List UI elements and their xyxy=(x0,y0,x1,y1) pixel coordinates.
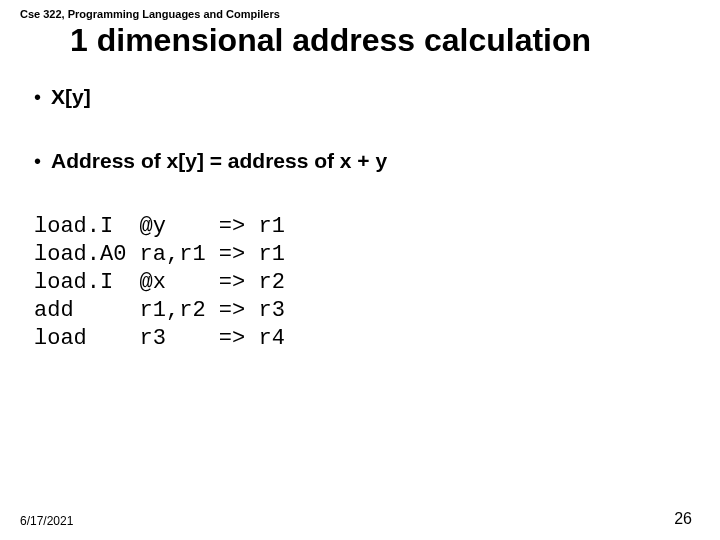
slide-title: 1 dimensional address calculation xyxy=(70,22,700,59)
bullet-item: • X[y] xyxy=(34,85,700,109)
bullet-dot-icon: • xyxy=(34,87,41,107)
footer-page: 26 xyxy=(674,510,692,528)
bullet-text: X[y] xyxy=(51,85,91,109)
bullet-dot-icon: • xyxy=(34,151,41,171)
bullet-text: Address of x[y] = address of x + y xyxy=(51,149,387,173)
footer-date: 6/17/2021 xyxy=(20,514,73,528)
bullet-list: • X[y] • Address of x[y] = address of x … xyxy=(34,85,700,173)
code-block: load.I @y => r1 load.A0 ra,r1 => r1 load… xyxy=(34,213,700,353)
bullet-item: • Address of x[y] = address of x + y xyxy=(34,149,700,173)
course-label: Cse 322, Programming Languages and Compi… xyxy=(20,8,700,20)
